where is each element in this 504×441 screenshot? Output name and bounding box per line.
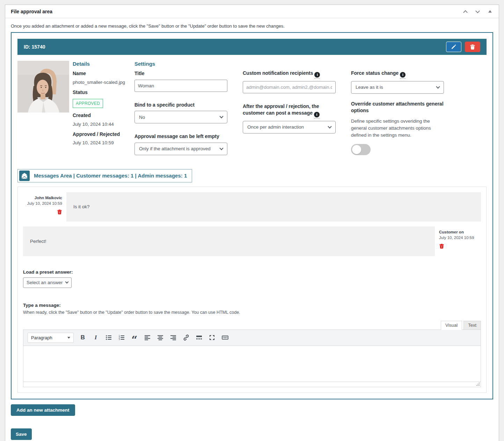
- settings-column: Settings Title Bind to a specific produc…: [134, 61, 227, 155]
- override-options-label: Override customer attachments general op…: [351, 101, 444, 114]
- tab-visual[interactable]: Visual: [441, 321, 462, 330]
- admin-message-date: July 10, 2024 10:59: [23, 201, 62, 207]
- force-status-select[interactable]: Leave as it is: [351, 81, 444, 94]
- type-message-label: Type a message:: [23, 303, 481, 308]
- force-status-column: Force status changei Leave as it is Over…: [351, 61, 444, 155]
- save-button[interactable]: Save: [11, 428, 32, 440]
- align-left-icon: [144, 334, 151, 341]
- add-attachment-button[interactable]: Add an new attachment: [11, 404, 75, 416]
- created-label: Created: [73, 112, 127, 119]
- paragraph-select[interactable]: Paragraph: [28, 333, 74, 343]
- intro-text: Once you added an attachment or added a …: [11, 23, 493, 29]
- chevron-down-icon: [219, 146, 223, 150]
- editor-toolbar: Paragraph B I: [23, 330, 481, 346]
- chevron-down-icon: [436, 85, 440, 88]
- pencil-icon: [451, 44, 456, 50]
- approval-empty-select[interactable]: Only if the attachment is approved: [134, 143, 227, 155]
- align-center-icon: [157, 334, 163, 341]
- type-message-help: When ready, click the "Save" button or t…: [23, 310, 481, 315]
- recipients-label: Custom notification recipients: [243, 70, 313, 76]
- name-label: Name: [73, 70, 127, 77]
- status-label: Status: [73, 89, 127, 96]
- chevron-up-icon: [463, 10, 468, 15]
- align-right-button[interactable]: [169, 334, 177, 341]
- info-icon[interactable]: i: [400, 71, 406, 79]
- read-more-icon: [196, 334, 202, 341]
- post-message-select[interactable]: Once per admin interaction: [243, 121, 336, 133]
- preset-answer-label: Load a preset answer:: [23, 269, 481, 275]
- read-more-button[interactable]: [195, 334, 203, 341]
- type-message-section: Type a message: When ready, click the "S…: [23, 303, 481, 387]
- fullscreen-button[interactable]: [208, 334, 216, 341]
- caret-down-icon: [67, 337, 70, 339]
- chevron-down-icon: [65, 280, 68, 284]
- resize-grip-icon[interactable]: [476, 382, 480, 386]
- messages-container: John Malkovic July 10, 2024 10:59: [17, 187, 487, 393]
- title-input[interactable]: [134, 80, 227, 92]
- blockquote-button[interactable]: “: [131, 334, 138, 341]
- admin-message-author: John Malkovic: [23, 195, 62, 201]
- attachment-thumbnail[interactable]: [17, 61, 69, 113]
- toggle-panel-button[interactable]: [487, 9, 493, 14]
- editor-statusbar: [23, 382, 481, 387]
- approval-empty-label: Approval message can be left empty: [134, 133, 227, 140]
- message-editor: Visual Text Paragraph B I: [23, 320, 481, 387]
- align-center-button[interactable]: [156, 334, 164, 341]
- title-label: Title: [134, 70, 227, 77]
- created-date: July 10, 2024 10:44: [73, 122, 127, 127]
- move-down-button[interactable]: [475, 9, 481, 14]
- customer-message-row: Perfect! Customer on July 10, 2024 10:59: [23, 226, 481, 256]
- chevron-down-icon: [328, 124, 331, 128]
- attachment-id-bar: ID: 15740: [17, 39, 487, 55]
- notification-column: Custom notification recipientsi After th…: [243, 61, 336, 155]
- numbered-list-button[interactable]: 1 2 3: [118, 334, 125, 341]
- align-left-button[interactable]: [144, 334, 151, 341]
- override-options-toggle[interactable]: [351, 144, 371, 155]
- fullscreen-icon: [209, 334, 215, 341]
- bulleted-list-button[interactable]: [105, 334, 112, 341]
- approved-rejected-label: Approved / Rejected: [73, 131, 127, 138]
- details-heading: Details: [73, 61, 127, 67]
- keyboard-shortcuts-button[interactable]: [221, 334, 229, 341]
- customer-message-text: Perfect!: [30, 239, 46, 244]
- metabox-title: File approval area: [11, 9, 52, 14]
- bold-button[interactable]: B: [79, 334, 87, 341]
- move-up-button[interactable]: [462, 8, 468, 15]
- status-badge: APPROVED: [73, 99, 103, 108]
- editor-content-area[interactable]: [23, 346, 481, 382]
- bulleted-list-icon: [105, 334, 112, 341]
- info-icon[interactable]: i: [314, 111, 320, 118]
- keyboard-icon: [222, 334, 228, 341]
- collapse-triangle-icon: [488, 10, 492, 13]
- delete-admin-message-button[interactable]: [57, 209, 62, 216]
- info-icon[interactable]: i: [314, 71, 320, 79]
- link-button[interactable]: [182, 334, 190, 341]
- attachment-container: ID: 15740: [11, 32, 493, 399]
- italic-button[interactable]: I: [92, 334, 100, 341]
- photo-woman: [17, 61, 69, 113]
- details-column: Details Name photo_smaller-scaled.jpg St…: [73, 61, 127, 155]
- delete-customer-message-button[interactable]: [439, 243, 444, 250]
- trash-icon: [57, 209, 62, 215]
- metabox-body: Once you added an attachment or added a …: [5, 23, 499, 441]
- align-right-icon: [170, 334, 176, 341]
- attachment-id: ID: 15740: [24, 44, 45, 50]
- bind-product-select[interactable]: No: [134, 111, 227, 123]
- file-name: photo_smaller-scaled.jpg: [73, 80, 127, 85]
- customer-message-author: Customer on: [439, 229, 481, 235]
- override-options-description: Define specific settings ovveriding the …: [351, 118, 444, 139]
- preset-answer-select[interactable]: Select an answer: [23, 277, 72, 288]
- admin-message-text: Is it ok?: [73, 204, 90, 209]
- trash-icon: [470, 44, 475, 50]
- recipients-input[interactable]: [243, 81, 336, 93]
- messages-area-title: Messages Area | Customer messages: 1 | A…: [34, 173, 187, 179]
- link-icon: [183, 334, 189, 341]
- delete-attachment-button[interactable]: [465, 42, 480, 52]
- approved-rejected-date: July 10, 2024 10:59: [73, 140, 127, 145]
- metabox-header: File approval area: [5, 5, 499, 18]
- edit-attachment-button[interactable]: [446, 42, 461, 52]
- bind-product-label: Bind to a specific product: [134, 102, 227, 109]
- tab-text[interactable]: Text: [463, 321, 481, 330]
- numbered-list-icon: 1 2 3: [118, 334, 125, 341]
- chevron-down-icon: [219, 115, 223, 118]
